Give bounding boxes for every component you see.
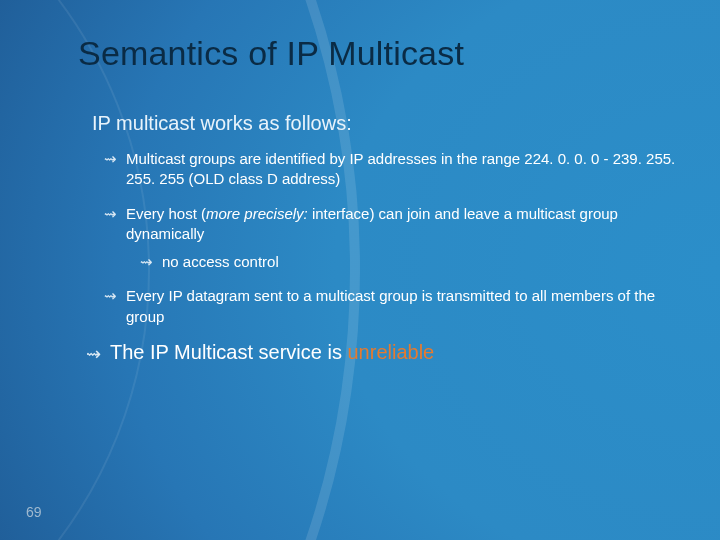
- sub-bullet-item: ⇝ no access control: [92, 252, 680, 272]
- bullet-text-italic: more precisely:: [206, 205, 308, 222]
- footline: ⇝ The IP Multicast service is unreliable: [92, 341, 680, 364]
- bullet-icon: ⇝: [104, 286, 117, 306]
- slide-body: IP multicast works as follows: ⇝ Multica…: [92, 112, 680, 364]
- slide-title: Semantics of IP Multicast: [78, 34, 464, 73]
- bullet-text: Every IP datagram sent to a multicast gr…: [126, 287, 655, 324]
- bullet-text: (OLD class D address): [184, 170, 340, 187]
- bullet-icon: ⇝: [104, 149, 117, 169]
- footline-highlight: unreliable: [347, 341, 434, 363]
- intro-line: IP multicast works as follows:: [92, 112, 680, 135]
- slide: Semantics of IP Multicast IP multicast w…: [0, 0, 720, 540]
- bullet-text: no access control: [162, 253, 279, 270]
- bullet-item: ⇝ Every IP datagram sent to a multicast …: [92, 286, 680, 327]
- bullet-item: ⇝ Every host (more precisely: interface)…: [92, 204, 680, 245]
- bullet-icon: ⇝: [104, 204, 117, 224]
- bullet-text: Multicast groups are identified by IP ad…: [126, 150, 524, 167]
- bullet-item: ⇝ Multicast groups are identified by IP …: [92, 149, 680, 190]
- bullet-icon: ⇝: [140, 252, 153, 272]
- bullet-icon: ⇝: [86, 343, 101, 365]
- bullet-text: Every host (: [126, 205, 206, 222]
- footline-text: The IP Multicast service is: [110, 341, 347, 363]
- page-number: 69: [26, 504, 42, 520]
